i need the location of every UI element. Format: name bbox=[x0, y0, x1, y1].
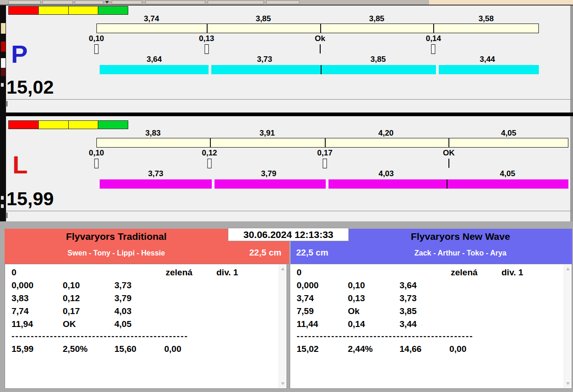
segment-value: 3,74 bbox=[144, 15, 159, 23]
bar-segment bbox=[97, 138, 210, 147]
reaction-value: 0,12 bbox=[202, 149, 217, 157]
traffic-red-segment bbox=[9, 6, 38, 14]
lane-separator-bar bbox=[6, 113, 573, 116]
bar-segment bbox=[325, 138, 448, 147]
table-cell: 3,79 bbox=[114, 294, 131, 303]
reaction-tick-box bbox=[208, 159, 212, 168]
upper-bar-labels: 3,74 3,85 3,85 3,58 bbox=[96, 15, 539, 23]
reaction-tick-box bbox=[95, 159, 99, 168]
window-edge-fragment bbox=[1, 83, 4, 87]
bar-segment bbox=[320, 24, 433, 33]
window-edge-fragment bbox=[1, 204, 4, 208]
table-cell: 0,17 bbox=[63, 307, 80, 315]
color-word: zelená bbox=[451, 268, 478, 277]
segment-value: 3,85 bbox=[370, 55, 386, 63]
segment-value: 3,73 bbox=[148, 170, 163, 178]
reaction-labels: 0,10 0,13 Ok 0,14 bbox=[96, 35, 539, 43]
background-window-fragment bbox=[429, 0, 573, 5]
reaction-tick-box bbox=[95, 44, 99, 54]
window-edge-fragment bbox=[1, 68, 6, 76]
datetime-display: 30.06.2024 12:13:33 bbox=[228, 228, 349, 241]
panel-divider bbox=[6, 211, 573, 211]
traffic-light-bar bbox=[8, 120, 128, 129]
segment-value: 3,73 bbox=[257, 55, 272, 63]
reaction-value: Ok bbox=[315, 35, 325, 42]
ok-tick-line bbox=[448, 159, 449, 168]
total-cell: 0,00 bbox=[164, 344, 181, 353]
table-cell: 0,000 bbox=[297, 281, 319, 290]
scroll-down-icon[interactable] bbox=[281, 382, 285, 385]
bar-segment bbox=[100, 179, 212, 189]
segment-value: 3,58 bbox=[478, 15, 494, 23]
scroll-up-icon[interactable] bbox=[281, 267, 285, 270]
table-cell: 0,000 bbox=[12, 281, 34, 290]
upper-bar-labels: 3,83 3,91 4,20 4,05 bbox=[96, 129, 568, 137]
segment-value: 4,05 bbox=[500, 170, 515, 178]
background-window-top-strip bbox=[0, 0, 573, 5]
table-cell: 0,12 bbox=[63, 294, 80, 303]
table-cell: 7,59 bbox=[297, 307, 314, 315]
bar-segment bbox=[212, 179, 326, 189]
app-window: 3,74 3,85 3,85 3,58 0,10 0,13 Ok 0,14 3,… bbox=[0, 0, 573, 392]
distance-setting: 22,5 cm bbox=[296, 248, 371, 258]
segment-value: 4,05 bbox=[501, 129, 516, 137]
total-cell: 2,50% bbox=[63, 344, 88, 353]
results-list-right[interactable]: 0 zelená div. 1 0,000 0,10 3,64 3,74 0,1… bbox=[290, 264, 572, 389]
distance-bar-lower bbox=[100, 179, 568, 189]
traffic-green-segment bbox=[98, 121, 128, 129]
reaction-value: 0,14 bbox=[426, 35, 441, 42]
table-cell: 3,74 bbox=[297, 294, 314, 303]
segment-value: 4,03 bbox=[378, 170, 394, 178]
results-list-left[interactable]: 0 zelená div. 1 0,000 0,10 3,73 3,83 0,1… bbox=[5, 264, 287, 389]
segment-value: 4,20 bbox=[378, 129, 394, 137]
background-button bbox=[208, 0, 264, 4]
segment-value: 3,79 bbox=[261, 170, 276, 178]
traffic-green-segment bbox=[98, 6, 128, 14]
segment-value: 3,91 bbox=[260, 129, 275, 137]
table-cell: 3,73 bbox=[400, 294, 417, 303]
lane-total: 15,99 bbox=[6, 190, 54, 208]
lane-letter: L bbox=[12, 152, 28, 177]
reaction-value: 0,17 bbox=[317, 149, 333, 157]
segment-value: 3,85 bbox=[369, 15, 384, 23]
reaction-tick-box bbox=[431, 44, 436, 54]
scroll-up-icon[interactable] bbox=[566, 267, 570, 270]
scrollbar[interactable] bbox=[279, 265, 286, 388]
table-cell: 4,03 bbox=[114, 307, 131, 315]
table-cell: 0,13 bbox=[348, 294, 365, 303]
reaction-ticks bbox=[96, 44, 539, 54]
window-edge-fragment bbox=[1, 42, 6, 52]
reaction-value: 0,13 bbox=[199, 35, 214, 42]
lower-bar-labels: 3,73 3,79 4,03 4,05 bbox=[100, 170, 568, 178]
panel-divider bbox=[6, 99, 573, 100]
scroll-down-icon[interactable] bbox=[566, 382, 570, 385]
table-cell: 4,05 bbox=[114, 320, 131, 328]
table-cell: 11,94 bbox=[12, 320, 33, 328]
scrollbar[interactable] bbox=[564, 265, 571, 388]
background-button bbox=[42, 0, 73, 4]
bar-segment bbox=[100, 65, 209, 74]
window-edge-fragment bbox=[1, 58, 6, 68]
reaction-value: 0,10 bbox=[89, 149, 104, 157]
table-cell: 3,64 bbox=[400, 281, 417, 290]
background-button bbox=[145, 0, 205, 4]
background-button bbox=[266, 0, 299, 4]
distance-bar-upper bbox=[96, 138, 568, 148]
distance-bar-lower bbox=[100, 65, 539, 74]
team-name: Flyvaryors New Wave bbox=[349, 231, 572, 242]
run-number: 0 bbox=[297, 268, 302, 277]
bar-segment bbox=[209, 65, 320, 74]
segment-value: 3,44 bbox=[480, 55, 495, 63]
table-cell: 3,73 bbox=[114, 281, 131, 290]
bar-segment bbox=[433, 24, 538, 33]
total-cell: 14,66 bbox=[400, 344, 422, 353]
team-name: Flyvaryors Traditional bbox=[5, 231, 228, 242]
color-word: zelená bbox=[166, 268, 192, 277]
traffic-yellow-segment bbox=[38, 6, 68, 14]
lane-letter: P bbox=[11, 42, 28, 66]
table-cell: 11,44 bbox=[297, 320, 318, 328]
distance-bar-upper bbox=[96, 24, 539, 33]
distance-setting: 22,5 cm bbox=[207, 248, 281, 258]
total-cell: 15,02 bbox=[297, 344, 319, 353]
segment-value: 3,64 bbox=[147, 55, 162, 63]
